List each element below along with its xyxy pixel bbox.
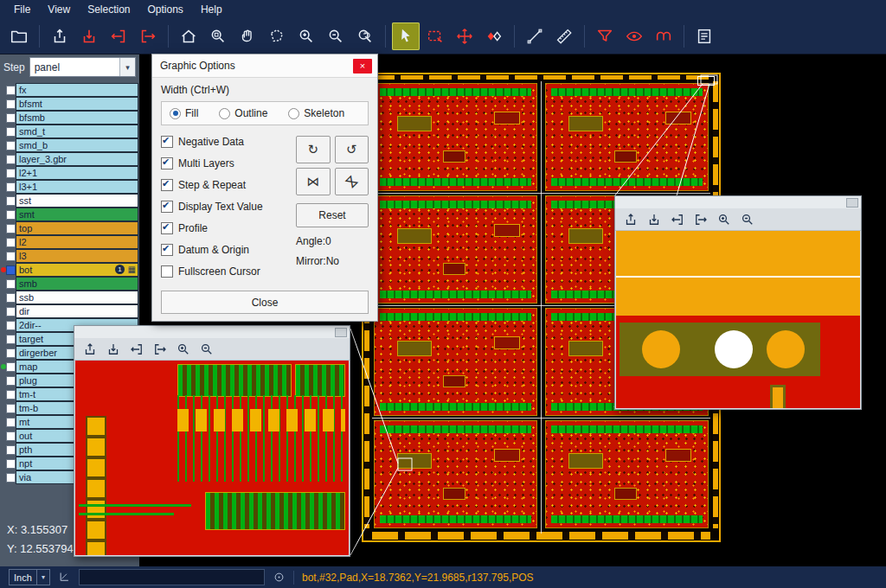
layer-checkbox[interactable] [6, 279, 16, 289]
menu-item[interactable]: View [39, 2, 79, 17]
layer-checkbox[interactable] [6, 99, 16, 109]
radio-option[interactable]: Fill [170, 107, 198, 119]
shift-right-button[interactable] [134, 22, 162, 50]
layer-checkbox[interactable] [6, 376, 16, 386]
layer-checkbox[interactable] [6, 196, 16, 206]
pointer-select-button[interactable] [392, 22, 420, 50]
pcb-board[interactable] [374, 420, 537, 528]
command-input[interactable] [79, 569, 265, 585]
layer-checkbox[interactable] [6, 418, 16, 427]
pcb-board[interactable] [374, 308, 537, 416]
layer-row[interactable]: bot 1 ▦ [0, 263, 139, 277]
import-down-button[interactable] [75, 22, 103, 50]
layer-row[interactable]: l3+1 ▦ [0, 180, 139, 194]
layer-checkbox[interactable] [6, 293, 16, 303]
zoom-previous-button[interactable] [351, 22, 379, 50]
mirror-vertical-button[interactable]: ⋈ [335, 168, 369, 195]
layer-color-bar[interactable]: top ▦ [16, 221, 138, 235]
zoom1-shift-left-button[interactable] [126, 340, 147, 358]
mirror-horizontal-button[interactable]: ⋈ [296, 168, 331, 195]
checkbox-box[interactable] [161, 201, 173, 213]
highlight-button[interactable] [620, 22, 648, 50]
checkbox-box[interactable] [161, 265, 173, 278]
zoom2-zoom-out-button[interactable] [737, 210, 758, 228]
layer-row[interactable]: smd_b ▦ [0, 138, 139, 152]
pcb-board[interactable] [374, 83, 537, 191]
layer-color-bar[interactable]: ssb ▦ [16, 291, 138, 304]
layer-row[interactable]: fx ▦ [0, 83, 139, 97]
layer-color-bar[interactable]: l3 ▦ [16, 249, 138, 263]
layer-checkbox[interactable] [6, 321, 16, 330]
layer-checkbox[interactable] [6, 86, 16, 95]
unit-select[interactable]: Inch ▾ [9, 569, 50, 585]
filter-button[interactable] [591, 22, 619, 50]
layer-row[interactable]: ssb ▦ [0, 291, 139, 304]
zoom2-view[interactable] [616, 231, 860, 408]
layer-checkbox[interactable] [6, 113, 16, 123]
shift-left-button[interactable] [105, 22, 132, 50]
checkbox-box[interactable] [161, 222, 173, 234]
layer-color-bar[interactable]: sst ▦ [16, 194, 138, 208]
layer-checkbox[interactable] [6, 390, 16, 399]
menu-item[interactable]: Options [139, 2, 192, 17]
layer-color-bar[interactable]: smb ▦ [16, 277, 138, 291]
rotate-ccw-button[interactable]: ↺ [335, 136, 369, 163]
origin-corner-icon[interactable] [58, 571, 71, 584]
radio-option[interactable]: Skeleton [288, 107, 344, 119]
layer-color-bar[interactable]: bfsmb ▦ [16, 111, 138, 125]
layer-checkbox[interactable] [6, 252, 16, 261]
layer-checkbox[interactable] [6, 238, 16, 247]
layer-row[interactable]: top ▦ [0, 221, 139, 235]
zoom1-titlebar[interactable] [74, 326, 350, 338]
zoom1-zoom-out-button[interactable] [196, 340, 217, 358]
layer-checkbox[interactable] [6, 210, 16, 220]
menu-item[interactable]: Help [192, 2, 231, 17]
zoom1-shift-right-button[interactable] [150, 340, 170, 358]
zoom2-import-down-button[interactable] [644, 210, 664, 228]
dialog-checkbox-row[interactable]: Negative Data [161, 136, 292, 148]
home-button[interactable] [175, 22, 202, 50]
window-button[interactable] [335, 328, 347, 337]
pan-button[interactable] [234, 22, 261, 50]
rect-select-button[interactable] [421, 22, 449, 50]
zoom2-shift-left-button[interactable] [667, 210, 688, 228]
zoom-region-button[interactable] [204, 22, 232, 50]
layer-color-bar[interactable]: l2 ▦ [16, 235, 138, 249]
layer-checkbox[interactable] [6, 141, 16, 150]
ruler-button[interactable] [550, 22, 578, 50]
menu-item[interactable]: Selection [79, 2, 138, 17]
layer-color-bar[interactable]: bot 1 ▦ [16, 263, 138, 277]
line-tool-button[interactable] [521, 22, 549, 50]
zoom-in-button[interactable] [292, 22, 320, 50]
layer-checkbox[interactable] [6, 473, 16, 483]
radio-option[interactable]: Outline [219, 107, 267, 119]
zoom1-zoom-in-button[interactable] [173, 340, 194, 358]
layer-row[interactable]: l2+1 ▦ [0, 166, 139, 180]
zoom1-view[interactable] [75, 361, 349, 555]
layer-row[interactable]: smb ▦ [0, 277, 139, 291]
dialog-checkbox-row[interactable]: Datum & Origin [161, 244, 292, 256]
flip-copy-button[interactable] [480, 22, 508, 50]
export-up-button[interactable] [46, 22, 74, 50]
dialog-close-button[interactable]: × [353, 59, 372, 74]
zoom1-import-down-button[interactable] [103, 340, 124, 358]
menu-item[interactable]: File [5, 2, 39, 17]
zoom2-export-up-button[interactable] [620, 210, 641, 228]
dialog-checkbox-row[interactable]: Display Text Value [161, 201, 292, 213]
pcb-board[interactable] [545, 420, 709, 528]
layer-row[interactable]: bfsmt ▦ [0, 97, 139, 111]
layer-color-bar[interactable]: l2+1 ▦ [16, 166, 138, 180]
zoom1-export-up-button[interactable] [80, 340, 100, 358]
dialog-checkbox-row[interactable]: Multi Layers [161, 157, 292, 169]
layer-checkbox[interactable] [6, 307, 16, 316]
layer-row[interactable]: layer_3.gbr ▦ [0, 152, 139, 166]
layer-checkbox[interactable] [6, 335, 16, 344]
layer-color-bar[interactable]: dir ▦ [16, 304, 138, 318]
polygon-select-button[interactable] [263, 22, 291, 50]
layer-row[interactable]: dir ▦ [0, 304, 139, 318]
layer-row[interactable]: l3 ▦ [0, 249, 139, 263]
step-dropdown[interactable]: panel ▾ [29, 57, 136, 77]
window-button[interactable] [846, 198, 858, 208]
net-trace-button[interactable] [650, 22, 677, 50]
layer-checkbox[interactable] [6, 127, 16, 137]
